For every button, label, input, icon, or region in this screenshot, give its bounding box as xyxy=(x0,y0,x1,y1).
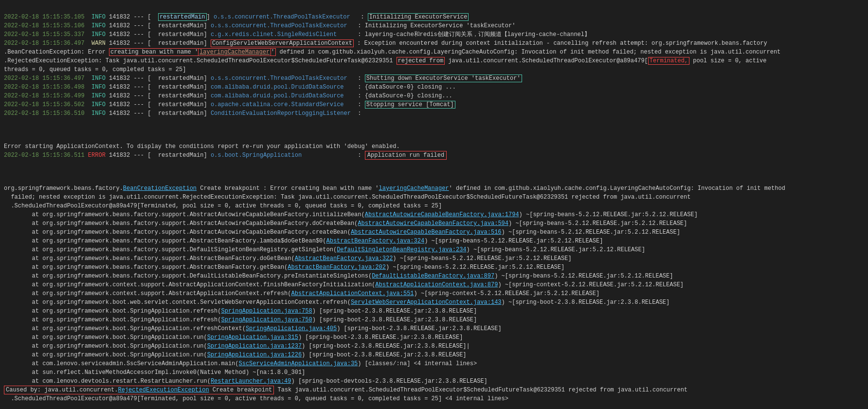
log-line-10: 2022-02-18 15:15:36.511 ERROR 141832 ---… xyxy=(4,151,447,160)
log-line-7: 2022-02-18 15:15:36.499 INFO 141832 --- … xyxy=(4,93,452,99)
log-line-1: 2022-02-18 15:15:35.105 INFO 141832 --- … xyxy=(4,13,469,21)
log-line-2: 2022-02-18 15:15:35.106 INFO 141832 --- … xyxy=(4,22,515,29)
log-output: 2022-02-18 15:15:35.105 INFO 141832 --- … xyxy=(4,4,864,403)
log-line-3: 2022-02-18 15:15:35.337 INFO 141832 --- … xyxy=(4,31,590,38)
log-line-9: 2022-02-18 15:15:36.510 INFO 141832 --- … xyxy=(4,110,362,117)
log-line-8: 2022-02-18 15:15:36.502 INFO 141832 --- … xyxy=(4,101,455,109)
log-line-4: 2022-02-18 15:15:36.497 WARN 141832 --- … xyxy=(4,39,780,73)
log-error-context: Error starting ApplicationContext. To di… xyxy=(4,143,400,150)
log-line-5: 2022-02-18 15:15:36.497 INFO 141832 --- … xyxy=(4,74,522,82)
stack-trace: org.springframework.beans.factory.BeanCr… xyxy=(4,185,785,402)
log-line-6: 2022-02-18 15:15:36.498 INFO 141832 --- … xyxy=(4,84,456,91)
